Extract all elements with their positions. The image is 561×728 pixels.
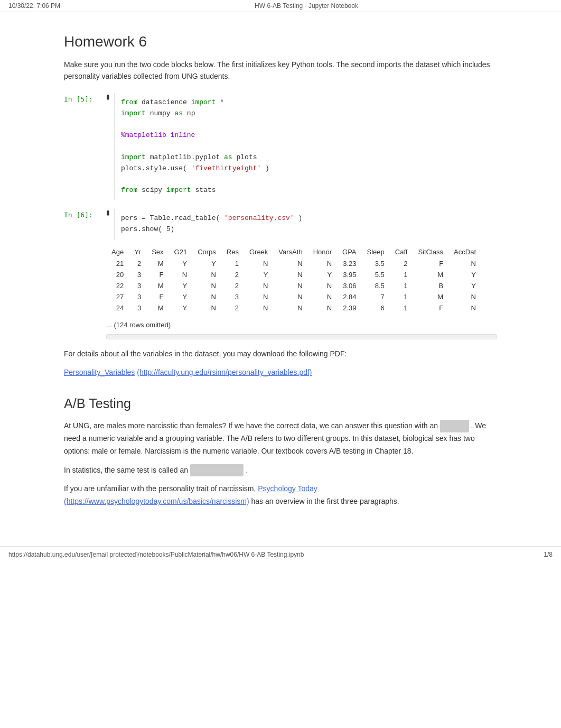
table-row: 212MYY1NNN3.233.52FN <box>106 258 481 269</box>
col-varsath: VarsAth <box>273 246 307 258</box>
code-block-in5: from datascience import * import numpy a… <box>114 93 276 200</box>
code-line-1: from datascience import * <box>121 97 269 108</box>
str-fivethirtyeight: 'fivethirtyeight' <box>191 164 261 172</box>
col-age: Age <box>106 246 129 258</box>
kw-as-1: as <box>174 109 183 117</box>
cell-in5: In [5]: ▮ from datascience import * impo… <box>64 93 497 200</box>
redacted-2 <box>190 464 244 477</box>
kw-from-2: from <box>121 186 137 194</box>
kw-import-3: import <box>121 153 146 161</box>
notebook-content: Homework 6 Make sure you run the two cod… <box>43 12 518 546</box>
cell-input-in5: ▮ from datascience import * import numpy… <box>106 93 497 200</box>
code-line-blank-1 <box>121 119 269 130</box>
table-row: 273FYN3NNN2.8471MN <box>106 291 481 302</box>
collapse-icon-in6[interactable]: ▮ <box>106 209 110 216</box>
personality-variables-link[interactable]: Personality_Variables <box>64 368 135 376</box>
str-csv: 'personality.csv' <box>224 214 294 222</box>
code-line-pers1: pers = Table.read_table( 'personality.cs… <box>121 213 302 224</box>
code-line-blank-3 <box>121 174 269 185</box>
col-sleep: Sleep <box>362 246 390 258</box>
data-table: Age Yr Sex G21 Corps Res Greek VarsAth H… <box>106 246 481 314</box>
ab-para1: At UNG, are males more narcisstic than f… <box>64 420 497 457</box>
cell-body-in6: ▮ pers = Table.read_table( 'personality.… <box>106 209 497 339</box>
col-gpa: GPA <box>337 246 362 258</box>
cell-input-in6: ▮ pers = Table.read_table( 'personality.… <box>106 209 497 239</box>
cell-in6: In [6]: ▮ pers = Table.read_table( 'pers… <box>64 209 497 339</box>
page-title-bar: HW 6-AB Testing - Jupyter Notebook <box>60 2 553 10</box>
homework-heading: Homework 6 <box>64 33 497 50</box>
browser-bar: 10/30/22, 7:06 PM HW 6-AB Testing - Jupy… <box>0 0 561 12</box>
kw-import-2: import <box>121 109 146 117</box>
redacted-1 <box>440 420 469 432</box>
magic-matplotlib: %matplotlib inline <box>121 131 195 139</box>
code-line-blank-2 <box>121 141 269 152</box>
after-table-text1: For details about all the variables in t… <box>64 348 497 361</box>
bottom-bar: https://datahub.ung.edu/user/[email prot… <box>0 546 561 563</box>
table-header-row: Age Yr Sex G21 Corps Res Greek VarsAth H… <box>106 246 481 258</box>
code-line-4: import matplotlib.pyplot as plots <box>121 152 269 163</box>
code-line-6: from scipy import stats <box>121 185 269 196</box>
kw-from: from <box>121 98 137 106</box>
ab-para2: In statistics, the same test is called a… <box>64 464 497 477</box>
cell-label-in6: In [6]: <box>64 209 106 339</box>
table-output: Age Yr Sex G21 Corps Res Greek VarsAth H… <box>106 239 497 339</box>
scroll-indicator[interactable] <box>106 334 497 339</box>
code-line-2: import numpy as np <box>121 108 269 119</box>
timestamp: 10/30/22, 7:06 PM <box>8 2 60 10</box>
col-yr: Yr <box>129 246 146 258</box>
code-line-3: %matplotlib inline <box>121 130 269 141</box>
personality-variables-url[interactable]: (http://faculty.ung.edu/rsinn/personalit… <box>137 368 312 376</box>
kw-import-4: import <box>166 186 191 194</box>
col-sitclass: SitClass <box>413 246 448 258</box>
table-body: 212MYY1NNN3.233.52FN203FNN2YNY3.955.51MY… <box>106 258 481 314</box>
kw-as-2: as <box>224 153 232 161</box>
col-corps: Corps <box>192 246 221 258</box>
bottom-url: https://datahub.ung.edu/user/[email prot… <box>8 551 304 558</box>
psychology-today-link[interactable]: Psychology Today <box>258 484 317 493</box>
col-caff: Caff <box>390 246 413 258</box>
code-line-5: plots.style.use( 'fivethirtyeight' ) <box>121 163 269 174</box>
table-row: 203FNN2YNY3.955.51MY <box>106 269 481 280</box>
col-accdat: AccDat <box>448 246 481 258</box>
table-row: 243MYN2NNN2.3961FN <box>106 302 481 314</box>
kw-import-1: import <box>191 98 216 106</box>
intro-paragraph: Make sure you run the two code blocks be… <box>64 59 497 82</box>
col-sex: Sex <box>146 246 169 258</box>
code-block-in6: pers = Table.read_table( 'personality.cs… <box>114 209 308 239</box>
ab-testing-heading: A/B Testing <box>64 396 497 411</box>
after-table-links: Personality_Variables (http://faculty.un… <box>64 366 497 379</box>
col-res: Res <box>221 246 244 258</box>
col-greek: Greek <box>244 246 273 258</box>
code-line-pers2: pers.show( 5) <box>121 224 302 235</box>
omitted-text: ... (124 rows omitted) <box>106 318 497 332</box>
col-g21: G21 <box>169 246 193 258</box>
table-row: 223MYN2NNN3.068.51BY <box>106 280 481 291</box>
cell-label-in5: In [5]: <box>64 93 106 200</box>
page-number: 1/8 <box>544 551 553 558</box>
psychology-today-url[interactable]: (https://www.psychologytoday.com/us/basi… <box>64 497 249 505</box>
ab-para3: If you are unfamiliar with the personali… <box>64 483 497 508</box>
cell-body-in5: ▮ from datascience import * import numpy… <box>106 93 497 200</box>
collapse-icon-in5[interactable]: ▮ <box>106 93 110 100</box>
col-honor: Honor <box>308 246 337 258</box>
